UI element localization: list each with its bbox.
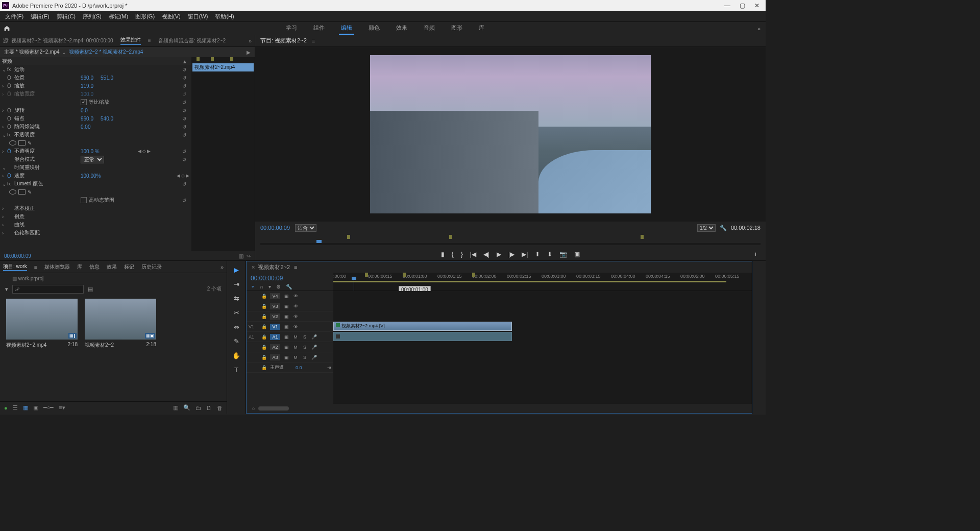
panel-overflow-icon[interactable]: » bbox=[220, 264, 224, 270]
ws-audio[interactable]: 音频 bbox=[422, 22, 437, 35]
lock-icon[interactable]: 🔒 bbox=[261, 355, 267, 360]
menu-file[interactable]: 文件(F) bbox=[2, 12, 27, 21]
step-forward-button[interactable]: |▶ bbox=[508, 251, 514, 258]
track-name[interactable]: V1 bbox=[270, 324, 280, 330]
track-header-a2[interactable]: 🔒A2▣MS🎤 bbox=[247, 342, 333, 352]
fx-icon[interactable]: fx bbox=[7, 132, 14, 137]
row-lumetri[interactable]: ⌄fxLumetri 颜色↺ bbox=[0, 180, 191, 188]
track-header-a1[interactable]: A1🔒A1▣MS🎤 bbox=[247, 332, 333, 342]
program-ruler[interactable] bbox=[255, 234, 766, 248]
zoom-select[interactable]: 1/2 bbox=[697, 224, 716, 232]
track-name[interactable]: V3 bbox=[270, 303, 280, 309]
ws-edit[interactable]: 编辑 bbox=[339, 22, 354, 35]
prev-kf-icon[interactable]: ◀ bbox=[138, 149, 141, 154]
audio-clip[interactable] bbox=[333, 332, 512, 341]
fit-select[interactable]: 适合 bbox=[295, 224, 316, 232]
menu-clip[interactable]: 剪辑(C) bbox=[54, 12, 79, 21]
reset-icon[interactable]: ↺ bbox=[182, 124, 189, 130]
goto-out-button[interactable]: ▶| bbox=[522, 251, 528, 258]
row-creative[interactable]: ›创意 bbox=[0, 212, 191, 221]
ws-assembly[interactable]: 组件 bbox=[311, 22, 327, 35]
in-point-button[interactable]: { bbox=[452, 251, 454, 258]
eye-icon[interactable]: 👁 bbox=[292, 314, 299, 319]
trash-icon[interactable]: 🗑 bbox=[217, 405, 223, 411]
reset-icon[interactable]: ↺ bbox=[182, 198, 189, 203]
prev-kf-icon[interactable]: ◀ bbox=[177, 173, 180, 178]
program-monitor[interactable] bbox=[255, 47, 766, 222]
ws-color[interactable]: 颜色 bbox=[366, 22, 382, 35]
row-basic[interactable]: ›基本校正 bbox=[0, 204, 191, 212]
eye-icon[interactable]: 👁 bbox=[292, 294, 299, 299]
track-header-v1[interactable]: V1🔒V1▣👁 bbox=[247, 322, 333, 332]
timeline-timecode[interactable]: 00:00:00:09 bbox=[251, 275, 329, 282]
row-uniform[interactable]: 等比缩放↺ bbox=[0, 98, 191, 106]
stopwatch-icon[interactable]: Ö bbox=[7, 75, 14, 81]
stopwatch-icon[interactable]: Ö bbox=[7, 83, 14, 89]
lock-icon[interactable]: 🔒 bbox=[261, 314, 267, 319]
ws-graphics[interactable]: 图形 bbox=[449, 22, 464, 35]
value-pos-x[interactable]: 960.0 bbox=[81, 75, 93, 81]
sync-lock-icon[interactable]: ▣ bbox=[283, 314, 289, 319]
sync-lock-icon[interactable]: ▣ bbox=[283, 334, 289, 340]
value-anchor-x[interactable]: 960.0 bbox=[81, 116, 93, 122]
lock-icon[interactable]: 🔒 bbox=[261, 294, 267, 299]
export-frame-button[interactable]: 📷 bbox=[559, 251, 567, 258]
track-header-v3[interactable]: 🔒V3▣👁 bbox=[247, 301, 333, 311]
lock-icon[interactable]: 🔒 bbox=[261, 345, 267, 350]
marker-icon[interactable] bbox=[211, 57, 214, 61]
play-button[interactable]: ▶ bbox=[497, 251, 501, 258]
hand-tool[interactable]: ✋ bbox=[232, 351, 241, 360]
program-timecode[interactable]: 00:00:00:09 bbox=[260, 225, 290, 231]
row-antiflicker[interactable]: ›Ö防闪烁滤镜0.00↺ bbox=[0, 123, 191, 131]
new-bin-icon[interactable]: 🗀 bbox=[195, 405, 201, 411]
stopwatch-icon[interactable]: Ö bbox=[7, 173, 14, 179]
row-colorwheel[interactable]: ›色轮和匹配 bbox=[0, 229, 191, 237]
step-back-button[interactable]: ◀| bbox=[483, 251, 489, 258]
reset-icon[interactable]: ↺ bbox=[182, 108, 189, 113]
marker-icon[interactable] bbox=[347, 235, 350, 239]
value-opacity[interactable]: 100.0 % bbox=[81, 149, 100, 154]
pen-mask-icon[interactable]: ✎ bbox=[28, 140, 35, 146]
value-speed[interactable]: 100.00% bbox=[81, 173, 101, 179]
write-toggle-icon[interactable]: ● bbox=[4, 405, 8, 411]
menu-edit[interactable]: 编辑(E) bbox=[28, 12, 53, 21]
fx-icon[interactable]: fx bbox=[7, 181, 14, 186]
track-header-master[interactable]: 🔒主声道0.0⇥ bbox=[247, 363, 333, 373]
ws-learn[interactable]: 学习 bbox=[284, 22, 299, 35]
linked-sel-icon[interactable]: ∩ bbox=[260, 284, 263, 289]
sort-icon[interactable]: ≡▾ bbox=[59, 404, 65, 411]
zoom-slider[interactable]: ━○━ bbox=[43, 404, 54, 411]
lock-icon[interactable]: 🔒 bbox=[261, 304, 267, 309]
lock-icon[interactable]: 🔒 bbox=[261, 334, 267, 340]
wrench-icon[interactable]: 🔧 bbox=[286, 284, 292, 289]
filter-icon[interactable]: ▾ bbox=[5, 286, 8, 293]
stopwatch-icon[interactable]: Ö bbox=[7, 108, 14, 113]
find-icon[interactable]: 🔍 bbox=[183, 404, 190, 411]
auto-seq-icon[interactable]: ▥ bbox=[173, 404, 178, 411]
type-tool[interactable]: T bbox=[232, 365, 241, 374]
row-speed[interactable]: ›Ö速度100.00%◀◇▶ bbox=[0, 172, 191, 180]
mute-icon[interactable]: M bbox=[292, 345, 299, 350]
mic-icon[interactable]: 🎤 bbox=[311, 345, 317, 350]
track-name[interactable]: A3 bbox=[270, 354, 280, 360]
marker-icon[interactable] bbox=[403, 273, 406, 277]
icon-view-icon[interactable]: ▦ bbox=[23, 404, 28, 411]
marker-add-icon[interactable]: ▾ bbox=[268, 284, 271, 289]
stopwatch-icon[interactable]: Ö bbox=[7, 116, 14, 122]
rect-mask-icon[interactable] bbox=[18, 140, 26, 146]
value-anchor-y[interactable]: 540.0 bbox=[101, 116, 113, 122]
tab-history[interactable]: 历史记录 bbox=[141, 263, 162, 271]
reset-icon[interactable]: ↺ bbox=[182, 100, 189, 105]
ellipse-mask-icon[interactable] bbox=[9, 189, 16, 195]
video-clip[interactable]: 视频素材2~2.mp4 [V] bbox=[333, 322, 512, 331]
sync-lock-icon[interactable]: ▣ bbox=[283, 355, 289, 360]
row-scale[interactable]: ›Ö缩放119.0↺ bbox=[0, 82, 191, 90]
track-header-v4[interactable]: 🔒V4▣👁 bbox=[247, 291, 333, 301]
value-antiflicker[interactable]: 0.00 bbox=[81, 124, 90, 130]
maximize-button[interactable]: ▢ bbox=[740, 2, 745, 9]
wrench-icon[interactable]: 🔧 bbox=[720, 225, 727, 231]
marker-button[interactable]: ▮ bbox=[441, 251, 445, 258]
project-item[interactable]: ▦▣ 视频素材2~22:18 bbox=[85, 299, 156, 397]
out-point-button[interactable]: } bbox=[461, 251, 463, 258]
pen-tool[interactable]: ✎ bbox=[232, 336, 241, 346]
